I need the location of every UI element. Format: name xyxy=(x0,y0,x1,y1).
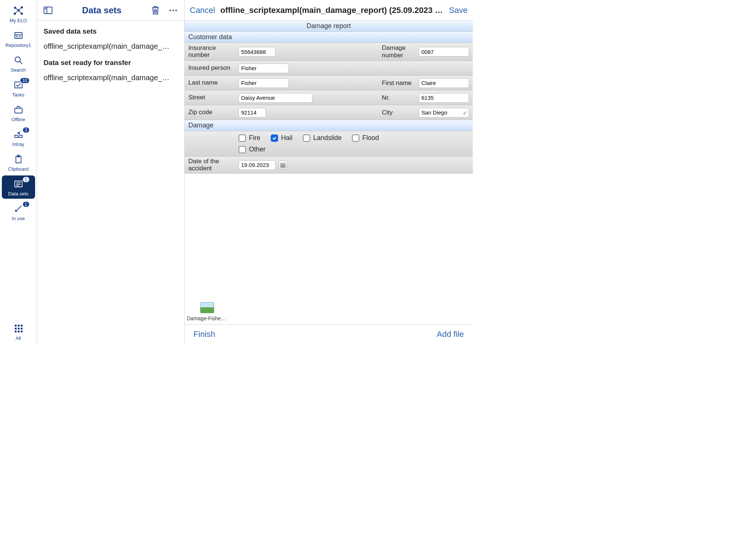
input-zip[interactable] xyxy=(239,108,266,117)
toggle-sidepanel-button[interactable] xyxy=(42,4,54,16)
group-header-ready: Data set ready for transfer xyxy=(44,59,178,67)
input-city[interactable] xyxy=(419,108,469,117)
sidebar-item-clipboard[interactable]: Clipboard xyxy=(2,151,35,174)
form: Damage report Customer data Insurance nu… xyxy=(185,21,473,174)
delete-button[interactable] xyxy=(150,4,161,16)
svg-rect-26 xyxy=(15,328,17,329)
badge: 10 xyxy=(20,77,30,84)
label-street: Street xyxy=(188,94,236,101)
repository-icon: ELO xyxy=(12,30,25,41)
svg-rect-24 xyxy=(18,325,20,327)
input-firstname[interactable] xyxy=(419,78,469,88)
detail-title: offline_scriptexampl(main_damage_report)… xyxy=(220,6,444,15)
input-date[interactable] xyxy=(239,160,276,170)
sidebar-item-label: In use xyxy=(12,216,25,221)
label-zip: Zip code xyxy=(188,109,236,116)
label-insurance: Insurance number xyxy=(188,45,236,58)
label-city: City xyxy=(379,109,416,116)
section-header-customer: Customer data xyxy=(185,32,473,43)
svg-line-6 xyxy=(18,7,22,10)
svg-rect-25 xyxy=(21,325,23,327)
sidebar-item-search[interactable]: Search xyxy=(2,52,35,75)
svg-rect-28 xyxy=(21,328,23,329)
svg-point-39 xyxy=(172,9,174,11)
more-button[interactable] xyxy=(167,4,179,16)
checkbox-flood[interactable]: Flood xyxy=(352,134,379,142)
list-header: Data sets xyxy=(37,0,184,21)
sidebar-item-label: My ELO xyxy=(10,18,27,23)
attachment-area: Damage-Fisher… xyxy=(185,174,473,325)
finish-button[interactable]: Finish xyxy=(194,329,215,339)
checkbox-landslide[interactable]: Landslide xyxy=(303,134,342,142)
svg-text:ELO: ELO xyxy=(16,35,21,38)
input-insurance-number[interactable] xyxy=(239,47,276,57)
attachment-label: Damage-Fisher… xyxy=(187,315,228,321)
pencil-icon[interactable] xyxy=(463,110,468,115)
sidebar-item-label: Clipboard xyxy=(8,166,29,172)
cancel-button[interactable]: Cancel xyxy=(190,6,215,15)
section-header-damage: Damage xyxy=(185,120,473,131)
badge: 3 xyxy=(22,127,30,133)
save-button[interactable]: Save xyxy=(449,6,468,15)
svg-point-34 xyxy=(45,8,46,9)
sidebar-item-label: Intray xyxy=(12,141,24,147)
attachment-item[interactable]: Damage-Fisher… xyxy=(191,302,224,321)
search-icon xyxy=(12,55,25,66)
detail-panel: Cancel offline_scriptexampl(main_damage_… xyxy=(185,0,473,344)
group-header-saved: Saved data sets xyxy=(44,27,178,35)
detail-footer: Finish Add file xyxy=(185,325,473,344)
sidebar-item-label: Search xyxy=(11,67,26,73)
row-date: Date of the accident xyxy=(185,157,473,174)
svg-rect-29 xyxy=(15,331,17,332)
list-item[interactable]: offline_scriptexampl(main_damage_… xyxy=(44,39,178,57)
detail-header: Cancel offline_scriptexampl(main_damage_… xyxy=(185,0,473,21)
sidebar-item-inuse[interactable]: 1 In use xyxy=(2,200,35,223)
row-damage-types: Fire Hail Landslide Flood Other xyxy=(185,131,473,157)
network-nodes-icon xyxy=(12,5,25,16)
checkbox-hail[interactable]: Hail xyxy=(271,134,293,142)
svg-rect-30 xyxy=(18,331,20,332)
input-street[interactable] xyxy=(239,93,312,103)
badge: 1 xyxy=(22,176,30,183)
sidebar-item-label: Data sets xyxy=(8,191,28,197)
row-street: Street Nr. xyxy=(185,90,473,105)
checkbox-fire[interactable]: Fire xyxy=(239,134,260,142)
svg-line-8 xyxy=(18,10,22,14)
svg-rect-31 xyxy=(21,331,23,332)
label-nr: Nr. xyxy=(379,94,416,102)
svg-rect-23 xyxy=(15,325,17,327)
svg-point-12 xyxy=(15,57,20,62)
calendar-button[interactable] xyxy=(278,161,287,170)
list-body: Saved data sets offline_scriptexampl(mai… xyxy=(37,21,184,92)
sidebar-item-label: Tasks xyxy=(12,92,24,98)
add-file-button[interactable]: Add file xyxy=(437,329,464,339)
input-lastname[interactable] xyxy=(239,78,289,88)
input-nr[interactable] xyxy=(419,93,469,103)
briefcase-icon xyxy=(12,104,25,115)
sidebar-item-label: All xyxy=(16,335,21,341)
label-damage-number: Damage number xyxy=(379,44,416,59)
row-insurance: Insurance number Damage number xyxy=(185,43,473,61)
svg-rect-15 xyxy=(15,108,22,113)
sidebar-item-offline[interactable]: Offline xyxy=(2,101,35,124)
row-insured: Insured person xyxy=(185,61,473,76)
label-date: Date of the accident xyxy=(188,158,236,172)
sidebar-item-repository[interactable]: ELO Repository1 xyxy=(2,27,35,50)
sidebar-item-intray[interactable]: 3 Intray xyxy=(2,126,35,149)
clipboard-icon xyxy=(12,154,25,165)
sidebar-item-all[interactable]: All xyxy=(2,320,35,343)
input-insured-person[interactable] xyxy=(239,64,289,73)
sidebar-item-myelo[interactable]: My ELO xyxy=(2,2,35,25)
list-title: Data sets xyxy=(60,5,144,16)
label-insured: Insured person xyxy=(188,65,236,72)
row-name: Last name First name xyxy=(185,76,473,90)
grid-icon xyxy=(12,323,25,334)
section-header-main: Damage report xyxy=(185,21,473,32)
input-damage-number[interactable] xyxy=(419,47,469,57)
checkbox-other[interactable]: Other xyxy=(239,146,416,153)
svg-line-7 xyxy=(15,10,18,14)
sidebar-item-datasets[interactable]: 1 Data sets xyxy=(2,175,35,199)
svg-rect-27 xyxy=(18,328,20,329)
list-item[interactable]: offline_scriptexampl(main_damage_… xyxy=(44,71,178,88)
sidebar-item-tasks[interactable]: 10 Tasks xyxy=(2,76,35,100)
